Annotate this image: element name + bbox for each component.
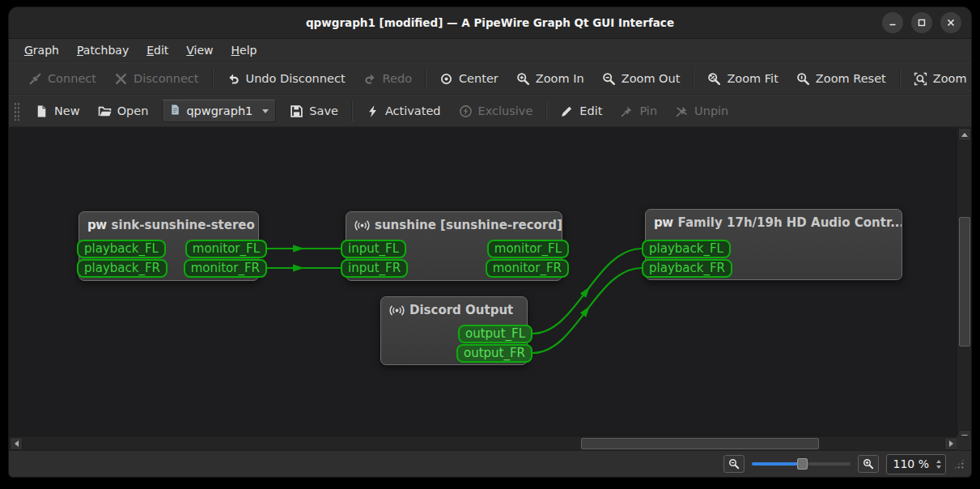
- zoom-slider[interactable]: [752, 457, 851, 470]
- save-button[interactable]: Save: [281, 100, 347, 122]
- port-sunshine-input-fl[interactable]: input_FL: [341, 240, 406, 258]
- port-sink-playback-fr[interactable]: playback_FR: [77, 259, 168, 278]
- zoom-fit-icon: [707, 72, 721, 86]
- zoom-slider-handle[interactable]: [797, 458, 808, 470]
- menu-help[interactable]: Help: [223, 40, 266, 60]
- button-label: Edit: [579, 104, 602, 117]
- redo-icon: [363, 72, 377, 86]
- node-title: Family 17h/19h HD Audio Contr...: [678, 215, 902, 230]
- new-button[interactable]: New: [26, 100, 89, 122]
- redo-button[interactable]: Redo: [354, 68, 421, 90]
- activated-toggle[interactable]: Activated: [357, 100, 450, 122]
- scroll-up-button[interactable]: [958, 128, 971, 141]
- vertical-scrollbar[interactable]: [957, 127, 971, 444]
- node-title: sunshine [sunshine-record]: [375, 218, 562, 232]
- wire-arrow-icon: [293, 265, 304, 272]
- button-label: Save: [309, 104, 338, 117]
- port-sink-monitor-fl[interactable]: monitor_FL: [185, 240, 267, 258]
- zoom-out-button[interactable]: Zoom Out: [593, 68, 689, 90]
- port-discord-output-fl[interactable]: output_FL: [458, 325, 532, 343]
- center-icon: [439, 72, 453, 86]
- arrow-left-icon: [15, 440, 19, 447]
- zoom-range-icon: [914, 72, 927, 86]
- button-label: Center: [459, 72, 498, 85]
- button-label: Connect: [48, 72, 96, 85]
- zoom-range-button[interactable]: Zoom Range: [905, 68, 972, 90]
- scroll-right-button[interactable]: [944, 437, 957, 450]
- button-label: New: [54, 104, 80, 117]
- activated-lightning-icon: [366, 104, 380, 118]
- node-title: sink-sunshine-stereo: [112, 218, 255, 232]
- scrollbar-corner: [957, 436, 971, 450]
- pin-button[interactable]: Pin: [611, 100, 666, 122]
- disconnect-icon: [114, 72, 128, 86]
- zoom-in-icon: [516, 72, 530, 86]
- button-label: Unpin: [694, 104, 728, 117]
- window-title: qpwgraph1 [modified] — A PipeWire Graph …: [9, 7, 971, 38]
- zoom-reset-button[interactable]: Zoom Reset: [787, 68, 895, 90]
- horizontal-scrollbar[interactable]: [9, 436, 958, 450]
- port-family-playback-fr[interactable]: playback_FR: [642, 259, 732, 278]
- patchbay-file-icon: [169, 104, 181, 118]
- button-label: Zoom In: [536, 72, 584, 85]
- port-sink-playback-fl[interactable]: playback_FL: [77, 240, 166, 258]
- window-resize-grip[interactable]: [953, 458, 965, 470]
- new-file-icon: [35, 104, 49, 118]
- zoom-in-icon: [863, 458, 874, 470]
- wire-arrow-icon: [293, 245, 304, 253]
- statusbar-zoom-out-button[interactable]: [723, 455, 745, 473]
- button-label: Zoom Range: [933, 72, 972, 85]
- connect-icon: [28, 72, 42, 86]
- open-button[interactable]: Open: [89, 100, 158, 122]
- port-sunshine-monitor-fr[interactable]: monitor_FR: [486, 259, 569, 278]
- maximize-icon: [917, 18, 927, 28]
- zoom-slider-fill: [752, 462, 801, 466]
- horizontal-scrollbar-thumb[interactable]: [581, 438, 819, 449]
- close-button[interactable]: [940, 12, 961, 33]
- menu-view[interactable]: View: [177, 40, 222, 60]
- scroll-left-button[interactable]: [10, 437, 23, 450]
- save-icon: [290, 104, 303, 118]
- toolbar-separator: [899, 69, 901, 89]
- zoom-fit-button[interactable]: Zoom Fit: [698, 68, 787, 90]
- chevron-down-icon: [262, 109, 269, 113]
- graph-canvas[interactable]: pw sink-sunshine-stereo playback_FL play…: [9, 127, 958, 444]
- zoom-out-icon: [602, 72, 616, 86]
- exclusive-toggle[interactable]: Exclusive: [450, 100, 542, 122]
- port-sunshine-input-fr[interactable]: input_FR: [341, 259, 408, 278]
- patchbay-profile-select[interactable]: qpwgraph1: [162, 100, 276, 122]
- menu-patchbay[interactable]: Patchbay: [68, 40, 138, 60]
- edit-button[interactable]: Edit: [551, 100, 611, 122]
- edit-pencil-icon: [560, 104, 574, 118]
- title-bar[interactable]: qpwgraph1 [modified] — A PipeWire Graph …: [9, 7, 971, 39]
- minimize-icon: [888, 18, 897, 28]
- center-button[interactable]: Center: [431, 68, 507, 90]
- maximize-button[interactable]: [911, 12, 932, 33]
- zoom-in-button[interactable]: Zoom In: [507, 68, 593, 90]
- zoom-percent-spinbox[interactable]: 110 %: [886, 454, 946, 474]
- wire-arrow-icon: [580, 304, 593, 317]
- port-sunshine-monitor-fl[interactable]: monitor_FL: [487, 240, 569, 258]
- undo-disconnect-button[interactable]: Undo Disconnect: [218, 68, 354, 90]
- port-sink-monitor-fr[interactable]: monitor_FR: [184, 259, 267, 278]
- menu-edit[interactable]: Edit: [138, 40, 177, 60]
- unpin-button[interactable]: Unpin: [666, 100, 737, 122]
- zoom-percent-value: 110 %: [893, 457, 929, 470]
- minimize-button[interactable]: [882, 12, 903, 33]
- node-header: pw sink-sunshine-stereo: [79, 212, 258, 232]
- arrow-right-icon: [949, 440, 953, 447]
- menu-graph[interactable]: Graph: [15, 40, 68, 60]
- app-window: qpwgraph1 [modified] — A PipeWire Graph …: [8, 6, 972, 478]
- statusbar-zoom-in-button[interactable]: [858, 455, 879, 473]
- port-family-playback-fl[interactable]: playback_FL: [642, 240, 731, 258]
- toolbar-drag-handle[interactable]: [14, 101, 20, 121]
- vertical-scrollbar-thumb[interactable]: [959, 217, 970, 347]
- menu-bar: Graph Patchbay Edit View Help: [9, 39, 971, 62]
- status-bar: 110 %: [9, 450, 971, 477]
- spin-down-icon[interactable]: [936, 466, 941, 469]
- connect-button[interactable]: Connect: [19, 68, 105, 90]
- graph-toolbar: Connect Disconnect Undo Disconnect Redo …: [9, 62, 971, 95]
- disconnect-button[interactable]: Disconnect: [105, 68, 208, 90]
- port-discord-output-fr[interactable]: output_FR: [456, 344, 532, 363]
- spin-up-icon[interactable]: [936, 460, 941, 463]
